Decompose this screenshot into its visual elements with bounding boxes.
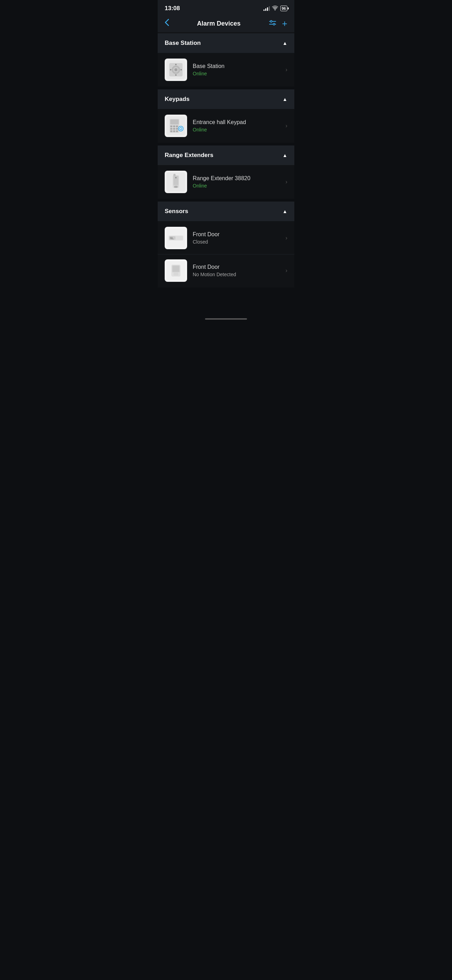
section-range-extenders: Range Extenders ▲ Range Extender 38820 O…	[158, 145, 294, 199]
battery-level: 96	[282, 6, 286, 11]
svg-rect-15	[170, 119, 179, 124]
section-sensors: Sensors ▲ ring Front Door Closed ›	[158, 202, 294, 287]
svg-rect-20	[173, 128, 175, 130]
battery-icon: 96	[280, 6, 287, 11]
section-header-base-station[interactable]: Base Station ▲	[158, 33, 294, 53]
status-icons: 96	[264, 6, 287, 11]
wifi-icon	[272, 6, 278, 11]
svg-point-27	[180, 128, 181, 129]
svg-rect-32	[174, 186, 178, 188]
device-image-keypad	[165, 115, 187, 137]
section-base-station: Base Station ▲ Base Station Onl	[158, 33, 294, 87]
device-info-front-door-contact: Front Door Closed	[193, 231, 286, 245]
device-chevron-keypad: ›	[286, 123, 287, 129]
device-chevron-front-door-contact: ›	[286, 235, 287, 241]
status-time: 13:08	[165, 5, 180, 12]
device-status-front-door-contact: Closed	[193, 239, 286, 245]
chevron-up-keypads-icon: ▲	[282, 96, 287, 102]
svg-rect-37	[176, 236, 183, 240]
svg-rect-43	[173, 266, 179, 272]
device-name-front-door-motion: Front Door	[193, 264, 286, 270]
section-header-sensors[interactable]: Sensors ▲	[158, 202, 294, 221]
section-header-keypads[interactable]: Keypads ▲	[158, 89, 294, 109]
svg-rect-18	[176, 126, 178, 127]
bottom-space	[158, 287, 294, 315]
device-item-range-extender[interactable]: Range Extender 38820 Online ›	[158, 166, 294, 198]
section-header-range-extenders[interactable]: Range Extenders ▲	[158, 145, 294, 165]
device-image-front-door-contact: ring	[165, 227, 187, 249]
navigation-header: Alarm Devices +	[158, 15, 294, 32]
device-chevron-range-extender: ›	[286, 179, 287, 185]
svg-rect-19	[170, 128, 172, 130]
device-name-range-extender: Range Extender 38820	[193, 175, 286, 181]
section-gap-1	[158, 87, 294, 89]
back-button[interactable]	[165, 19, 169, 28]
device-info-keypad: Entrance hall Keypad Online	[193, 119, 286, 132]
signal-icon	[264, 6, 270, 11]
device-item-front-door-contact[interactable]: ring Front Door Closed ›	[158, 222, 294, 255]
svg-rect-23	[173, 130, 175, 132]
device-chevron-base-station: ›	[286, 67, 287, 73]
device-info-front-door-motion: Front Door No Motion Detected	[193, 264, 286, 277]
section-title-range-extenders: Range Extenders	[165, 152, 213, 159]
svg-point-12	[180, 69, 182, 70]
svg-point-3	[273, 23, 275, 25]
status-bar: 13:08 96	[158, 0, 294, 15]
section-gap-3	[158, 199, 294, 202]
device-status-range-extender: Online	[193, 183, 286, 189]
nav-actions: +	[269, 19, 287, 28]
device-info-base-station: Base Station Online	[193, 63, 286, 76]
device-name-keypad: Entrance hall Keypad	[193, 119, 286, 126]
device-info-range-extender: Range Extender 38820 Online	[193, 175, 286, 189]
chevron-up-sensors-icon: ▲	[282, 208, 287, 214]
device-item-front-door-motion[interactable]: Front Door No Motion Detected ›	[158, 255, 294, 287]
chevron-up-icon: ▲	[282, 40, 287, 46]
device-image-base-station	[165, 59, 187, 81]
svg-text:ring: ring	[170, 238, 174, 240]
svg-point-11	[170, 69, 171, 70]
device-status-base-station: Online	[193, 71, 286, 76]
section-gap-2	[158, 143, 294, 145]
section-content-range-extenders: Range Extender 38820 Online ›	[158, 165, 294, 199]
svg-rect-16	[170, 126, 172, 127]
svg-point-33	[175, 177, 177, 178]
section-content-sensors: ring Front Door Closed › Front	[158, 221, 294, 287]
section-title-sensors: Sensors	[165, 208, 188, 215]
home-bar-line	[205, 318, 247, 320]
section-keypads: Keypads ▲	[158, 89, 294, 143]
svg-point-9	[175, 64, 177, 65]
device-item-keypad[interactable]: Entrance hall Keypad Online ›	[158, 110, 294, 142]
filter-icon[interactable]	[269, 20, 277, 28]
svg-point-8	[175, 68, 177, 71]
device-status-keypad: Online	[193, 127, 286, 132]
device-name-front-door-contact: Front Door	[193, 231, 286, 238]
device-name-base-station: Base Station	[193, 63, 286, 69]
svg-point-10	[175, 74, 177, 76]
section-title-keypads: Keypads	[165, 96, 189, 103]
svg-rect-22	[170, 130, 172, 132]
svg-rect-17	[173, 126, 175, 127]
svg-rect-21	[176, 128, 178, 130]
add-button[interactable]: +	[282, 19, 287, 28]
device-image-front-door-motion	[165, 259, 187, 282]
svg-rect-24	[176, 130, 178, 132]
device-status-front-door-motion: No Motion Detected	[193, 272, 286, 277]
section-content-keypads: Entrance hall Keypad Online ›	[158, 109, 294, 143]
page-title: Alarm Devices	[197, 20, 240, 27]
chevron-up-range-extenders-icon: ▲	[282, 153, 287, 158]
device-item-base-station[interactable]: Base Station Online ›	[158, 54, 294, 86]
device-image-range-extender	[165, 171, 187, 193]
svg-rect-44	[173, 273, 178, 275]
device-chevron-front-door-motion: ›	[286, 267, 287, 274]
home-bar	[158, 315, 294, 327]
section-title-base-station: Base Station	[165, 40, 201, 47]
svg-point-2	[270, 20, 272, 22]
section-content-base-station: Base Station Online ›	[158, 53, 294, 87]
